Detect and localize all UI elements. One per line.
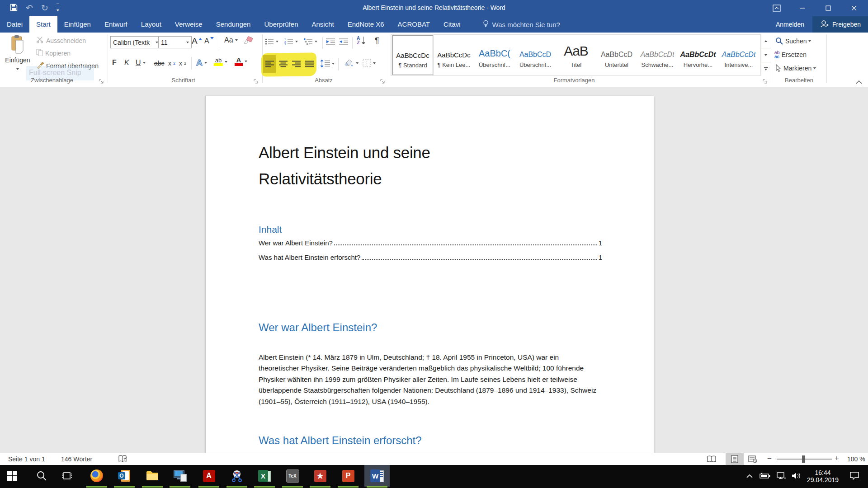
styles-scroll-up-button[interactable] bbox=[761, 34, 771, 48]
style-standard[interactable]: AaBbCcDc ¶ Standard bbox=[392, 35, 433, 75]
toc-entry[interactable]: Was hat Albert Einstein erforscht? 1 bbox=[259, 253, 602, 261]
styles-scroll-down-button[interactable] bbox=[761, 48, 771, 62]
strikethrough-button[interactable]: abc bbox=[154, 60, 165, 67]
tab-start[interactable]: Start bbox=[29, 16, 57, 33]
tab-endnote[interactable]: EndNote X6 bbox=[341, 16, 391, 33]
toc-entry[interactable]: Wer war Albert Einstein? 1 bbox=[259, 239, 602, 247]
taskbar-app-devices[interactable] bbox=[168, 465, 192, 487]
multilevel-list-button[interactable] bbox=[304, 38, 317, 45]
tray-volume-icon[interactable] bbox=[788, 465, 805, 487]
tab-ueberpruefen[interactable]: Überprüfen bbox=[257, 16, 305, 33]
increase-indent-button[interactable] bbox=[339, 38, 348, 45]
change-case-button[interactable]: Aa bbox=[224, 36, 238, 44]
styles-gallery-more-button[interactable] bbox=[761, 62, 771, 75]
print-layout-view-button[interactable] bbox=[726, 453, 744, 465]
style-hervorhebung[interactable]: AaBbCcDt Hervorhe... bbox=[678, 35, 718, 74]
action-center-button[interactable] bbox=[844, 465, 864, 487]
tab-datei[interactable]: Datei bbox=[0, 16, 29, 33]
zoom-level-label[interactable]: 100 % bbox=[847, 455, 865, 463]
tab-acrobat[interactable]: ACROBAT bbox=[391, 16, 437, 33]
sort-button[interactable]: AZ bbox=[357, 36, 365, 45]
collapse-ribbon-button[interactable] bbox=[856, 78, 862, 86]
replace-button[interactable]: abac Ersetzen bbox=[774, 51, 807, 59]
taskbar-app-powerpoint[interactable]: P bbox=[336, 465, 360, 487]
tab-verweise[interactable]: Verweise bbox=[168, 16, 209, 33]
paragraph-dialog-launcher-icon[interactable] bbox=[380, 78, 386, 84]
style-intensive-hervorhebung[interactable]: AaBbCcDt Intensive... bbox=[719, 35, 759, 74]
line-spacing-button[interactable] bbox=[320, 60, 335, 67]
bold-button[interactable]: F bbox=[112, 59, 117, 67]
taskbar-app-explorer[interactable] bbox=[141, 465, 164, 487]
tab-entwurf[interactable]: Entwurf bbox=[98, 16, 134, 33]
document-page[interactable]: Albert Einstein und seine Relativitätsth… bbox=[205, 96, 654, 459]
style-schwache-hervorhebung[interactable]: AaBbCcDt Schwache... bbox=[637, 35, 677, 74]
font-family-combobox[interactable]: Calibri (Textk bbox=[110, 36, 161, 48]
subscript-button[interactable]: x2 bbox=[168, 60, 175, 67]
tray-clock[interactable]: 16:44 29.04.2019 bbox=[804, 469, 842, 483]
bullets-button[interactable] bbox=[265, 38, 278, 45]
taskbar-app-firefox[interactable] bbox=[85, 465, 108, 487]
style-untertitel[interactable]: AaBbCcD Untertitel bbox=[597, 35, 637, 74]
document-paragraph[interactable]: Albert Einstein (* 14. März 1879 in Ulm,… bbox=[259, 352, 597, 407]
zoom-out-button[interactable]: − bbox=[767, 454, 772, 463]
read-mode-view-button[interactable] bbox=[707, 455, 717, 465]
ribbon-display-options-button[interactable] bbox=[766, 0, 787, 16]
tab-einfuegen[interactable]: Einfügen bbox=[57, 16, 98, 33]
taskbar-app-texmaker[interactable]: TeX bbox=[281, 465, 304, 487]
taskbar-app-snipping-tool[interactable] bbox=[225, 465, 249, 487]
toc-entry-page[interactable]: 1 bbox=[599, 239, 602, 247]
word-count-status[interactable]: 146 Wörter bbox=[61, 455, 92, 463]
tab-ansicht[interactable]: Ansicht bbox=[305, 16, 341, 33]
font-dialog-launcher-icon[interactable] bbox=[253, 78, 259, 84]
shrink-font-button[interactable]: A bbox=[204, 37, 214, 45]
justify-button[interactable] bbox=[305, 61, 314, 67]
style-titel[interactable]: AaB Titel bbox=[556, 35, 596, 74]
task-view-button[interactable] bbox=[55, 465, 79, 487]
minimize-button[interactable] bbox=[792, 0, 813, 16]
close-button[interactable] bbox=[844, 0, 864, 16]
tab-citavi[interactable]: Citavi bbox=[437, 16, 467, 33]
borders-button[interactable] bbox=[363, 59, 376, 67]
clear-formatting-button[interactable] bbox=[243, 36, 253, 44]
underline-button[interactable]: U bbox=[136, 59, 146, 67]
style-ueberschrift2[interactable]: AaBbCcD Überschrif... bbox=[515, 35, 555, 74]
styles-dialog-launcher-icon[interactable] bbox=[762, 78, 768, 84]
style-kein-leerraum[interactable]: AaBbCcDc ¶ Kein Lee... bbox=[434, 35, 474, 74]
taskbar-app-word-active[interactable]: W bbox=[365, 465, 389, 487]
font-size-combobox[interactable]: 11 bbox=[158, 36, 192, 48]
grow-font-button[interactable]: A bbox=[192, 36, 202, 46]
taskbar-app-acrobat[interactable]: A bbox=[197, 465, 221, 487]
shading-button[interactable] bbox=[343, 59, 359, 68]
toc-entry-page[interactable]: 1 bbox=[599, 253, 602, 261]
text-highlight-button[interactable]: ab bbox=[214, 57, 227, 66]
pilcrow-button[interactable]: ¶ bbox=[375, 36, 379, 46]
tab-sendungen[interactable]: Sendungen bbox=[209, 16, 258, 33]
find-button[interactable]: Suchen bbox=[775, 37, 811, 45]
page-count-status[interactable]: Seite 1 von 1 bbox=[8, 455, 45, 463]
share-button[interactable]: Freigeben bbox=[812, 16, 868, 33]
document-heading-2[interactable]: Was hat Albert Einstein erforscht? bbox=[259, 434, 422, 447]
proofing-status-icon[interactable] bbox=[118, 455, 127, 465]
tray-battery-icon[interactable] bbox=[757, 465, 773, 487]
text-effects-button[interactable]: A bbox=[196, 58, 207, 68]
taskbar-app-excel[interactable]: X bbox=[253, 465, 276, 487]
document-title[interactable]: Albert Einstein und seine Relativitätsth… bbox=[259, 140, 485, 192]
superscript-button[interactable]: x2 bbox=[179, 60, 186, 67]
taskbar-app-wunderlist[interactable]: ★ bbox=[308, 465, 332, 487]
tray-show-hidden-icons-button[interactable] bbox=[741, 465, 759, 487]
toc-entry-title[interactable]: Was hat Albert Einstein erforscht? bbox=[259, 253, 360, 261]
tell-me-box[interactable]: Was möchten Sie tun? bbox=[483, 16, 560, 33]
decrease-indent-button[interactable] bbox=[326, 38, 335, 45]
tray-network-icon[interactable] bbox=[773, 465, 789, 487]
align-center-button[interactable] bbox=[279, 61, 288, 67]
start-button[interactable] bbox=[0, 465, 24, 487]
clipboard-dialog-launcher-icon[interactable] bbox=[99, 78, 104, 84]
toc-heading[interactable]: Inhalt bbox=[259, 224, 282, 235]
toc-entry-title[interactable]: Wer war Albert Einstein? bbox=[259, 239, 333, 247]
document-heading-1[interactable]: Wer war Albert Einstein? bbox=[259, 321, 377, 334]
select-button[interactable]: Markieren bbox=[775, 64, 816, 72]
numbering-button[interactable]: 123 bbox=[284, 38, 298, 45]
web-layout-view-button[interactable] bbox=[748, 455, 757, 465]
sign-in-button[interactable]: Anmelden bbox=[768, 16, 812, 33]
align-right-button[interactable] bbox=[292, 61, 301, 67]
